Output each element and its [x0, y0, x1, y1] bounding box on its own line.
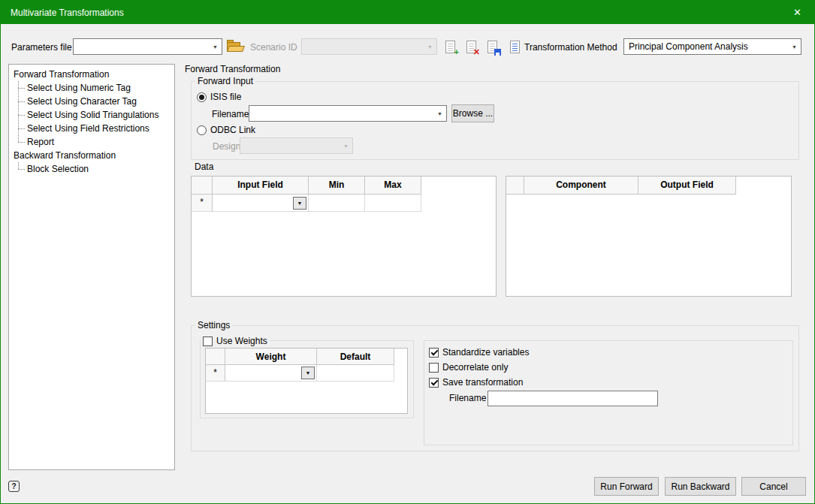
section-title: Forward Transformation — [185, 64, 280, 74]
cell-dropdown-icon[interactable]: ▼ — [293, 197, 306, 210]
weights-grid[interactable]: Weight Default * ▼ — [205, 348, 408, 414]
checkbox-icon — [429, 363, 439, 373]
parameters-file-combo[interactable]: ▼ — [73, 38, 222, 55]
tree-item-backward-transformation[interactable]: Backward Transformation — [9, 149, 174, 162]
forward-input-group-label: Forward Input — [195, 76, 255, 86]
settings-filename-input[interactable] — [487, 391, 658, 406]
column-header-default: Default — [317, 349, 394, 365]
cell-dropdown-icon[interactable]: ▼ — [301, 367, 315, 379]
tree-item-select-character-tag[interactable]: Select Using Character Tag — [9, 95, 174, 108]
checkbox-icon — [203, 337, 213, 346]
min-cell[interactable] — [309, 195, 365, 212]
output-fields-grid[interactable]: Component Output Field — [506, 176, 792, 297]
input-field-cell[interactable]: ▼ — [213, 195, 309, 212]
transformation-method-label: Transformation Method — [524, 42, 617, 53]
save-transformation-label: Save transformation — [442, 377, 523, 388]
isis-file-radio[interactable]: ISIS file — [197, 92, 241, 102]
checkbox-icon — [429, 348, 439, 358]
standardize-variables-checkbox[interactable]: Standardize variables — [429, 347, 529, 358]
navigation-tree: Forward Transformation Select Using Nume… — [8, 64, 175, 470]
settings-group-label: Settings — [195, 320, 232, 330]
column-header-component: Component — [524, 177, 638, 195]
filename-label: Filename — [212, 109, 249, 119]
standardize-variables-label: Standardize variables — [442, 347, 529, 358]
row-selector-header — [192, 177, 213, 195]
row-selector-header — [206, 349, 225, 365]
input-grid-new-row[interactable]: * ▼ — [192, 195, 496, 212]
window-title: Multivariate Transformations — [11, 8, 124, 18]
run-forward-button[interactable]: Run Forward — [594, 477, 659, 496]
parameters-file-label: Parameters file — [11, 42, 72, 53]
input-grid-header-row: Input Field Min Max — [192, 177, 496, 195]
checkbox-icon — [429, 378, 439, 388]
column-header-output-field: Output Field — [638, 177, 736, 195]
odbc-link-radio[interactable]: ODBC Link — [197, 125, 255, 135]
page-lines — [490, 44, 495, 44]
design-combo: ▼ — [240, 137, 353, 154]
new-row-marker[interactable]: * — [192, 195, 213, 212]
chevron-down-icon: ▼ — [424, 44, 436, 50]
help-icon[interactable]: ? — [8, 481, 20, 492]
open-params-file-icon[interactable] — [226, 40, 243, 53]
decorrelate-only-label: Decorrelate only — [442, 362, 508, 373]
save-params-icon[interactable] — [484, 39, 501, 56]
tree-item-block-selection[interactable]: Block Selection — [9, 162, 174, 176]
new-params-icon[interactable]: + — [442, 39, 459, 56]
isis-filename-combo[interactable]: ▼ — [249, 105, 447, 122]
page-lines-blue — [512, 44, 518, 44]
data-section-label: Data — [195, 161, 213, 172]
settings-filename-label: Filename — [449, 393, 486, 403]
floppy-mark — [494, 49, 501, 56]
run-backward-button[interactable]: Run Backward — [665, 477, 736, 496]
chevron-down-icon[interactable]: ▼ — [209, 44, 222, 50]
tree-line — [18, 81, 19, 142]
cancel-button[interactable]: Cancel — [741, 477, 806, 496]
transformation-method-combo[interactable]: Principal Component Analysis ▼ — [623, 38, 801, 55]
tree-item-select-field-restrictions[interactable]: Select Using Field Restrictions — [9, 122, 174, 135]
delete-params-icon[interactable]: ✕ — [463, 39, 480, 56]
column-header-input-field: Input Field — [213, 177, 309, 195]
column-header-weight: Weight — [225, 349, 317, 365]
radio-icon — [197, 125, 207, 135]
radio-icon — [197, 92, 207, 102]
weight-cell[interactable]: ▼ — [225, 365, 317, 382]
page-glyph — [510, 41, 520, 53]
chevron-down-icon[interactable]: ▼ — [433, 111, 446, 116]
use-weights-checkbox[interactable]: Use Weights — [201, 336, 270, 346]
page-lines — [448, 44, 453, 44]
weights-grid-new-row[interactable]: * ▼ — [206, 365, 407, 382]
output-grid-header-row: Component Output Field — [506, 177, 791, 195]
column-header-max: Max — [365, 177, 421, 195]
folder-front — [227, 46, 245, 52]
weights-grid-header-row: Weight Default — [206, 349, 407, 365]
tree-item-select-numeric-tag[interactable]: Select Using Numeric Tag — [9, 81, 174, 95]
transformation-method-value: Principal Component Analysis — [624, 41, 788, 52]
chevron-down-icon[interactable]: ▼ — [788, 44, 801, 50]
isis-file-radio-label: ISIS file — [210, 92, 241, 102]
default-cell[interactable] — [317, 365, 394, 382]
scenario-id-label: Scenario ID — [250, 42, 297, 53]
close-icon: ✕ — [793, 7, 801, 18]
chevron-down-icon: ▼ — [340, 143, 352, 149]
save-transformation-checkbox[interactable]: Save transformation — [429, 377, 523, 388]
edit-params-icon[interactable] — [507, 39, 524, 56]
page-lines — [469, 44, 474, 44]
max-cell[interactable] — [365, 195, 421, 212]
tree-item-forward-transformation[interactable]: Forward Transformation — [9, 68, 174, 81]
input-fields-grid[interactable]: Input Field Min Max * ▼ — [191, 176, 497, 297]
column-header-min: Min — [309, 177, 365, 195]
titlebar: Multivariate Transformations ✕ — [1, 1, 814, 24]
browse-button[interactable]: Browse ... — [451, 104, 494, 122]
use-weights-label: Use Weights — [216, 336, 267, 346]
tree-item-report[interactable]: Report — [9, 135, 174, 149]
odbc-link-radio-label: ODBC Link — [210, 125, 255, 135]
row-selector-header — [506, 177, 524, 195]
multivariate-transformations-dialog: Multivariate Transformations ✕ Parameter… — [0, 0, 815, 504]
tree-item-select-solid-triangulations[interactable]: Select Using Solid Triangulations — [9, 108, 174, 122]
plus-mark: + — [454, 48, 459, 56]
close-button[interactable]: ✕ — [780, 1, 814, 24]
design-label: Design — [213, 141, 240, 152]
new-row-marker[interactable]: * — [206, 365, 225, 382]
scenario-id-combo: ▼ — [301, 38, 437, 55]
decorrelate-only-checkbox[interactable]: Decorrelate only — [429, 362, 508, 373]
